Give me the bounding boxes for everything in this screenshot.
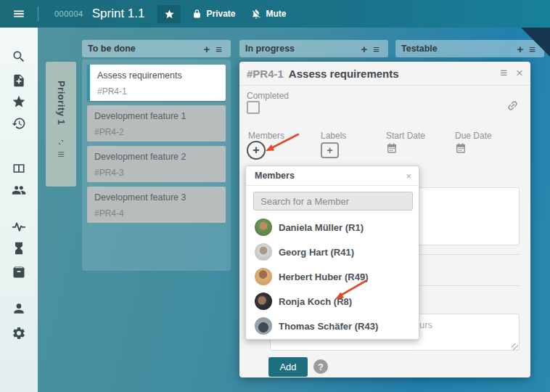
avatar — [255, 317, 272, 335]
add-card-icon[interactable]: + — [358, 44, 370, 54]
topbar-divider — [38, 7, 38, 21]
swimlane-drag-handle-icon[interactable]: ≡ — [57, 148, 64, 161]
activity-pulse-icon[interactable] — [12, 219, 26, 234]
card-pr4-3[interactable]: Development feature 2 #PR4-3 — [87, 146, 226, 182]
due-date-calendar-icon[interactable] — [455, 142, 467, 154]
members-popup-title: Members — [255, 171, 406, 181]
swimlane-collapse-icon[interactable] — [57, 138, 65, 147]
avatar — [255, 293, 272, 310]
column-menu-icon[interactable]: ≡ — [370, 44, 382, 54]
add-button[interactable]: Add — [268, 357, 308, 377]
add-card-icon[interactable]: + — [200, 44, 213, 54]
privacy-label: Private — [206, 9, 235, 19]
card-id: #PR4-3 — [94, 168, 218, 178]
card-title: Development feature 1 — [94, 111, 218, 121]
members-popup-close-icon[interactable]: × — [406, 171, 411, 181]
star-icon — [164, 9, 175, 20]
card-title: Development feature 2 — [94, 152, 218, 162]
column-menu-icon[interactable]: ≡ — [213, 44, 225, 54]
card-pr4-1[interactable]: Assess requirements #PR4-1 — [87, 65, 226, 101]
member-name: Daniela Müller (R1) — [279, 222, 364, 233]
completed-checkbox[interactable] — [247, 101, 260, 114]
lock-icon — [192, 9, 202, 19]
modal-menu-icon[interactable]: ≡ — [500, 66, 507, 81]
mute-label: Mute — [266, 9, 287, 19]
card-id: #PR4-2 — [94, 127, 218, 137]
start-date-calendar-icon[interactable] — [386, 142, 398, 154]
avatar — [255, 268, 272, 285]
project-id: 000004 — [54, 9, 83, 18]
archive-icon[interactable] — [12, 265, 26, 279]
link-icon[interactable] — [506, 99, 519, 112]
top-bar: 000004 Sprint 1.1 Private Mute — [0, 0, 550, 28]
column-title: To be done — [88, 44, 200, 54]
member-search-input[interactable] — [253, 192, 413, 211]
column-header-in-progress: In progress + ≡ — [239, 40, 388, 57]
card-title: Development feature 3 — [94, 192, 218, 203]
app-window: 000004 Sprint 1.1 Private Mute — [0, 0, 550, 392]
due-date-field-label: Due Date — [455, 131, 492, 141]
member-row-thomas[interactable]: Thomas Schäfer (R43) — [246, 314, 419, 338]
labels-field-label: Labels — [321, 131, 346, 141]
mute-toggle[interactable]: Mute — [250, 9, 287, 20]
add-member-button[interactable]: + — [247, 141, 266, 160]
sidebar — [0, 28, 38, 392]
completed-label: Completed — [247, 91, 289, 101]
favorite-button[interactable] — [157, 5, 181, 23]
member-name: Thomas Schäfer (R43) — [279, 321, 378, 332]
start-date-field-label: Start Date — [386, 131, 425, 141]
member-row-herbert[interactable]: Herbert Huber (R49) — [246, 264, 419, 289]
card-title: Assess requirements — [97, 70, 218, 81]
create-note-icon[interactable] — [12, 73, 26, 88]
members-popup: Members × Daniela Müller (R1) Georg Hart… — [245, 166, 419, 340]
card-detail-title: Assess requirements — [289, 68, 500, 80]
modal-close-icon[interactable]: × — [516, 66, 523, 81]
help-icon[interactable]: ? — [313, 359, 328, 374]
card-id: #PR4-4 — [94, 208, 218, 219]
member-row-georg[interactable]: Georg Hart (R41) — [246, 240, 419, 264]
board-title: Sprint 1.1 — [92, 7, 145, 21]
members-popup-header: Members × — [246, 166, 419, 186]
card-pr4-4[interactable]: Development feature 3 #PR4-4 — [87, 187, 226, 223]
team-icon[interactable] — [12, 183, 26, 197]
avatar — [255, 243, 272, 261]
column-body-to-be-done: Assess requirements #PR4-1 Development f… — [82, 60, 231, 271]
settings-gear-icon[interactable] — [12, 326, 26, 340]
modal-header: #PR4-1 Assess requirements ≡ × — [239, 62, 530, 86]
corner-fold — [521, 28, 550, 57]
members-field-label: Members — [248, 131, 284, 141]
swimlane-title: Priority 1 — [56, 81, 67, 125]
member-row-daniela[interactable]: Daniela Müller (R1) — [246, 215, 419, 240]
history-icon[interactable] — [12, 116, 26, 131]
profile-icon[interactable] — [12, 301, 26, 316]
column-header-to-be-done: To be done + ≡ — [82, 40, 231, 57]
card-id: #PR4-1 — [97, 86, 218, 97]
member-name: Ronja Koch (R8) — [279, 296, 352, 307]
favorites-star-icon[interactable] — [12, 94, 26, 109]
card-pr4-2[interactable]: Development feature 1 #PR4-2 — [87, 105, 226, 142]
column-title: Testable — [401, 44, 514, 54]
column-title: In progress — [245, 44, 358, 54]
hamburger-menu-icon[interactable] — [0, 7, 38, 20]
avatar — [255, 219, 272, 236]
swimlane-priority-1: Priority 1 ≡ — [46, 62, 76, 187]
card-detail-id: #PR4-1 — [247, 68, 284, 80]
hourglass-icon[interactable] — [12, 241, 26, 256]
search-icon[interactable] — [12, 49, 26, 64]
member-row-ronja[interactable]: Ronja Koch (R8) — [246, 289, 419, 314]
bell-off-icon — [250, 9, 262, 20]
board-columns-icon[interactable] — [12, 161, 26, 176]
add-label-button[interactable]: + — [321, 142, 339, 158]
member-name: Herbert Huber (R49) — [279, 271, 369, 282]
privacy-toggle[interactable]: Private — [192, 9, 235, 19]
member-name: Georg Hart (R41) — [279, 247, 354, 258]
